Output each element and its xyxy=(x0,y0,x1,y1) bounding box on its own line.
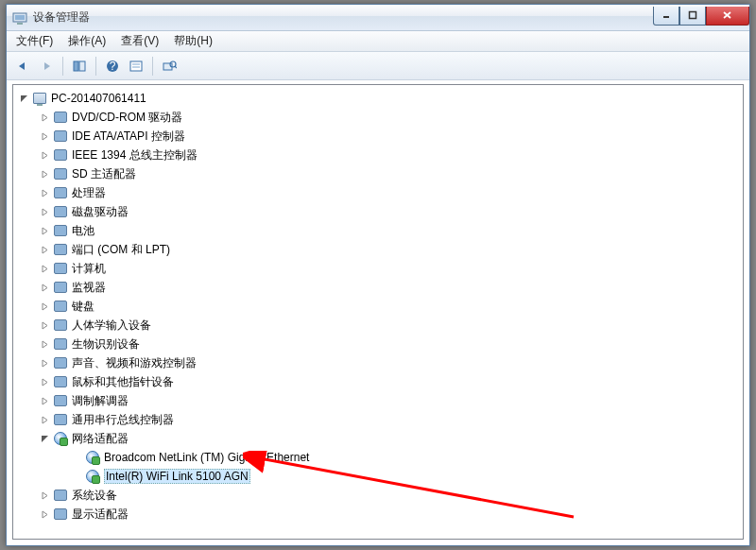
expand-icon[interactable] xyxy=(40,301,50,312)
tree-item-label: 端口 (COM 和 LPT) xyxy=(72,242,170,258)
tree-row[interactable]: 调制解调器 xyxy=(15,391,741,410)
expand-icon[interactable] xyxy=(40,283,50,293)
tree-row[interactable]: 处理器 xyxy=(15,183,741,202)
toolbar-separator xyxy=(62,57,63,76)
expand-icon[interactable] xyxy=(40,226,50,236)
tree-row[interactable]: 端口 (COM 和 LPT) xyxy=(15,240,741,259)
menu-view[interactable]: 查看(V) xyxy=(115,31,164,51)
tree-row[interactable]: IEEE 1394 总线主控制器 xyxy=(15,146,741,164)
svg-rect-11 xyxy=(130,61,142,71)
tree-row[interactable]: 人体学输入设备 xyxy=(15,316,741,335)
battery-icon xyxy=(53,223,68,238)
hid-icon xyxy=(53,318,68,333)
tree-row[interactable]: 计算机 xyxy=(15,259,741,278)
network-icon xyxy=(53,431,68,446)
collapse-icon[interactable] xyxy=(40,434,50,444)
menu-action[interactable]: 操作(A) xyxy=(62,31,112,51)
menubar: 文件(F) 操作(A) 查看(V) 帮助(H) xyxy=(7,31,749,52)
back-button[interactable] xyxy=(12,56,33,77)
expand-icon[interactable] xyxy=(40,169,50,180)
tree-row[interactable]: 显示适配器 xyxy=(15,505,741,524)
sd-icon xyxy=(53,166,68,181)
tree-row[interactable]: Broadcom NetLink (TM) Gigabit Ethernet xyxy=(15,448,741,467)
show-hide-tree-button[interactable] xyxy=(69,56,90,77)
expand-icon[interactable] xyxy=(40,207,50,217)
svg-rect-8 xyxy=(79,61,85,71)
ide-icon xyxy=(53,129,68,144)
expand-icon[interactable] xyxy=(40,415,50,425)
tree-row[interactable]: 网络适配器 xyxy=(15,429,741,448)
tree-row[interactable]: 生物识别设备 xyxy=(15,335,741,353)
modem-icon xyxy=(53,393,68,408)
disk-icon xyxy=(53,204,68,219)
help-button[interactable]: ? xyxy=(102,56,123,77)
expand-icon[interactable] xyxy=(40,245,50,255)
tree-item-label: 监视器 xyxy=(72,280,106,296)
svg-rect-4 xyxy=(690,12,696,19)
keyboard-icon xyxy=(53,299,68,314)
monitor-icon xyxy=(53,280,68,295)
expand-icon[interactable] xyxy=(40,339,50,350)
scan-hardware-button[interactable] xyxy=(159,56,180,77)
tree-row[interactable]: 电池 xyxy=(15,221,741,240)
port-icon xyxy=(53,242,68,257)
tree-row[interactable]: Intel(R) WiFi Link 5100 AGN xyxy=(15,467,741,486)
expand-icon[interactable] xyxy=(40,358,50,369)
netadapter-icon xyxy=(85,450,100,465)
device-manager-window: 设备管理器 文件(F) 操作(A) 查看(V) 帮助(H) ? PC-20140… xyxy=(6,4,750,546)
tree-item-label: DVD/CD-ROM 驱动器 xyxy=(72,110,182,126)
expand-icon[interactable] xyxy=(40,131,50,142)
device-tree-pane[interactable]: PC-201407061411DVD/CD-ROM 驱动器IDE ATA/ATA… xyxy=(12,84,744,540)
close-button[interactable] xyxy=(706,7,749,26)
tree-item-label: 电池 xyxy=(72,223,94,239)
tree-row[interactable]: DVD/CD-ROM 驱动器 xyxy=(15,108,741,127)
tree-item-label: 处理器 xyxy=(72,185,106,201)
tree-item-label: 声音、视频和游戏控制器 xyxy=(72,355,197,371)
expand-icon[interactable] xyxy=(40,264,50,274)
display-icon xyxy=(53,507,68,522)
svg-line-16 xyxy=(175,66,177,68)
expand-icon[interactable] xyxy=(40,320,50,331)
expand-icon[interactable] xyxy=(40,188,50,198)
tree-row[interactable]: SD 主适配器 xyxy=(15,164,741,183)
tree-row[interactable]: 磁盘驱动器 xyxy=(15,202,741,221)
expand-icon[interactable] xyxy=(40,509,50,520)
titlebar[interactable]: 设备管理器 xyxy=(7,5,749,31)
tree-item-label: 系统设备 xyxy=(72,488,117,504)
tree-row[interactable]: 声音、视频和游戏控制器 xyxy=(15,353,741,372)
mouse-icon xyxy=(53,374,68,389)
menu-file[interactable]: 文件(F) xyxy=(10,31,59,51)
toolbar-separator xyxy=(152,57,153,76)
minimize-button[interactable] xyxy=(653,7,679,26)
disc-icon xyxy=(53,110,68,125)
tree-item-label: Broadcom NetLink (TM) Gigabit Ethernet xyxy=(104,451,309,464)
sound-icon xyxy=(53,355,68,370)
tree-row[interactable]: 监视器 xyxy=(15,278,741,297)
menu-help[interactable]: 帮助(H) xyxy=(168,31,218,51)
properties-button[interactable] xyxy=(126,56,146,77)
tree-item-label: 显示适配器 xyxy=(72,507,129,523)
tree-item-label: 生物识别设备 xyxy=(72,336,140,352)
expand-icon[interactable] xyxy=(40,396,50,406)
collapse-icon[interactable] xyxy=(19,94,29,104)
tree-row[interactable]: IDE ATA/ATAPI 控制器 xyxy=(15,127,741,146)
forward-button[interactable] xyxy=(36,56,57,77)
1394-icon xyxy=(53,147,68,163)
tree-row[interactable]: 鼠标和其他指针设备 xyxy=(15,372,741,391)
expand-icon[interactable] xyxy=(40,377,50,387)
svg-rect-2 xyxy=(17,23,23,25)
tree-row[interactable]: 系统设备 xyxy=(15,486,741,505)
toolbar-separator xyxy=(95,57,96,76)
maximize-button[interactable] xyxy=(679,7,706,26)
svg-rect-7 xyxy=(74,61,78,71)
expand-icon[interactable] xyxy=(40,112,50,123)
tree-row[interactable]: PC-201407061411 xyxy=(15,89,741,108)
tree-row[interactable]: 通用串行总线控制器 xyxy=(15,410,741,429)
tree-item-label: Intel(R) WiFi Link 5100 AGN xyxy=(104,469,250,484)
expand-icon[interactable] xyxy=(40,490,50,501)
window-title: 设备管理器 xyxy=(33,9,653,26)
svg-text:?: ? xyxy=(110,60,116,73)
tree-row[interactable]: 键盘 xyxy=(15,297,741,316)
tree-item-label: 通用串行总线控制器 xyxy=(72,412,174,428)
expand-icon[interactable] xyxy=(40,150,50,161)
